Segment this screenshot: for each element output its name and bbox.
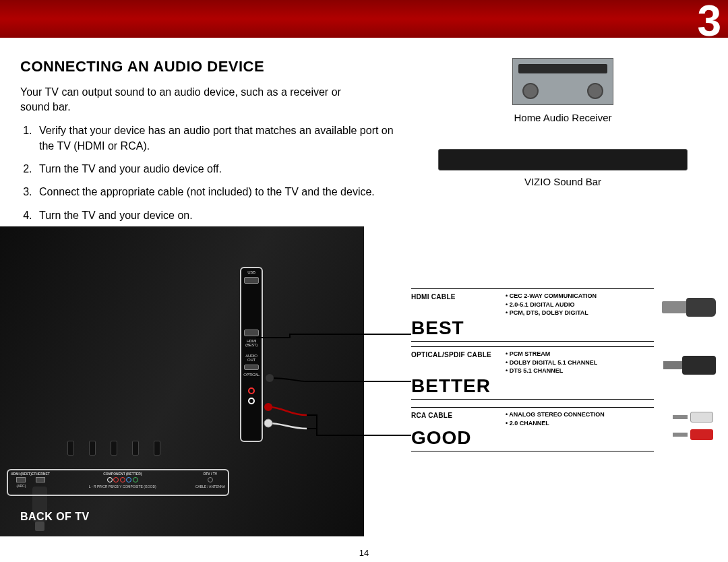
- step-item: Verify that your device has an audio por…: [35, 123, 399, 154]
- receiver-image: [512, 58, 613, 105]
- quality-best-block: HDMI CABLE CEC 2-WAY COMMUNICATION 2.0-5…: [411, 288, 701, 342]
- cable-name: OPTICAL/SPDIF CABLE: [411, 350, 499, 358]
- port-label-optical: OPTICAL: [241, 373, 262, 377]
- quality-good-block: RCA CABLE ANALOG STEREO CONNECTION 2.0 C…: [411, 407, 701, 451]
- step-item: Connect the appropriate cable (not inclu…: [35, 185, 399, 199]
- tv-vent-studs: [67, 441, 160, 456]
- quality-rank: BETTER: [411, 375, 701, 397]
- port-label-hdmi: HDMI (BEST): [241, 339, 262, 347]
- bottom-port-sublabel: L - R PR/CR PB/CB Y COMPOSITE (GOOD): [50, 485, 195, 489]
- rca-connector-icon: [673, 411, 713, 446]
- bottom-port-sublabel: CABLE / ANTENNA: [195, 485, 225, 489]
- receiver-device: Home Audio Receiver: [512, 58, 613, 123]
- hdmi-connector-icon: [662, 294, 716, 321]
- stud-icon: [89, 441, 96, 456]
- stud-icon: [154, 441, 160, 456]
- quality-rank: BEST: [411, 317, 701, 339]
- page-number: 14: [359, 548, 369, 558]
- stud-icon: [111, 441, 117, 456]
- tv-back-panel: USB HDMI (BEST) AUDIO OUT OPTICAL HDMI (…: [0, 226, 364, 536]
- soundbar-label: VIZIO Sound Bar: [438, 176, 688, 187]
- component-port-icon: [107, 477, 113, 482]
- receiver-knob-icon: [522, 83, 539, 99]
- bottom-port-label: HDMI (BEST): [11, 472, 32, 476]
- chapter-banner: 3: [0, 0, 728, 38]
- cable-feature-list: ANALOG STEREO CONNECTION 2.0 CHANNEL: [506, 410, 701, 427]
- port-label-usb: USB: [241, 270, 262, 274]
- component-port-icon: [120, 477, 125, 482]
- rca-red-port-icon: [248, 387, 255, 394]
- stud-icon: [132, 441, 139, 456]
- intro-text: Your TV can output sound to an audio dev…: [20, 85, 371, 114]
- step-item: Turn the TV and your device on.: [35, 208, 399, 223]
- component-port-icon: [133, 477, 138, 482]
- ethernet-port-icon: [36, 477, 45, 482]
- receiver-label: Home Audio Receiver: [512, 112, 613, 123]
- quality-rank: GOOD: [411, 427, 701, 449]
- component-port-group: COMPONENT (BETTER) L - R PR/CR PB/CB Y C…: [50, 472, 195, 489]
- optical-port-icon: [244, 365, 259, 370]
- bottom-port-sublabel: (ARC): [11, 484, 32, 488]
- dtv-port-group: DTV / TV CABLE / ANTENNA: [195, 472, 225, 489]
- bottom-port-label: ETHERNET: [32, 472, 50, 476]
- soundbar-device: VIZIO Sound Bar: [438, 149, 688, 187]
- coax-port-icon: [208, 477, 213, 482]
- component-port-icon: [113, 477, 119, 482]
- ethernet-port-group: ETHERNET: [32, 472, 50, 484]
- optical-connector-icon: [663, 353, 716, 377]
- cable-feature: 2.0 CHANNEL: [506, 419, 701, 428]
- quality-better-block: OPTICAL/SPDIF CABLE PCM STREAM DOLBY DIG…: [411, 346, 701, 400]
- hdmi-port-group: HDMI (BEST) (ARC): [11, 472, 32, 488]
- hdmi-port-icon: [244, 330, 259, 336]
- stud-icon: [67, 441, 74, 456]
- bottom-port-label: DTV / TV: [195, 472, 225, 476]
- back-of-tv-label: BACK OF TV: [20, 511, 90, 523]
- tv-bottom-port-strip: HDMI (BEST) (ARC) ETHERNET COMPONENT (BE…: [7, 469, 229, 496]
- step-item: Turn the TV and your audio device off.: [35, 162, 399, 177]
- usb-port-icon: [244, 277, 259, 284]
- rca-white-port-icon: [248, 398, 255, 404]
- instruction-steps: Verify that your device has an audio por…: [35, 123, 399, 223]
- receiver-knob-icon: [587, 83, 603, 99]
- port-label-audio-out: AUDIO OUT: [241, 354, 262, 362]
- cable-feature: ANALOG STEREO CONNECTION: [506, 410, 701, 419]
- component-port-icon: [126, 477, 131, 482]
- hdmi-port-icon: [16, 477, 26, 482]
- cable-name: RCA CABLE: [411, 410, 499, 419]
- soundbar-image: [438, 149, 688, 170]
- page-content: CONNECTING AN AUDIO DEVICE Your TV can o…: [0, 38, 728, 536]
- cable-name: HDMI CABLE: [411, 292, 499, 301]
- tv-side-port-strip: USB HDMI (BEST) AUDIO OUT OPTICAL: [240, 267, 263, 442]
